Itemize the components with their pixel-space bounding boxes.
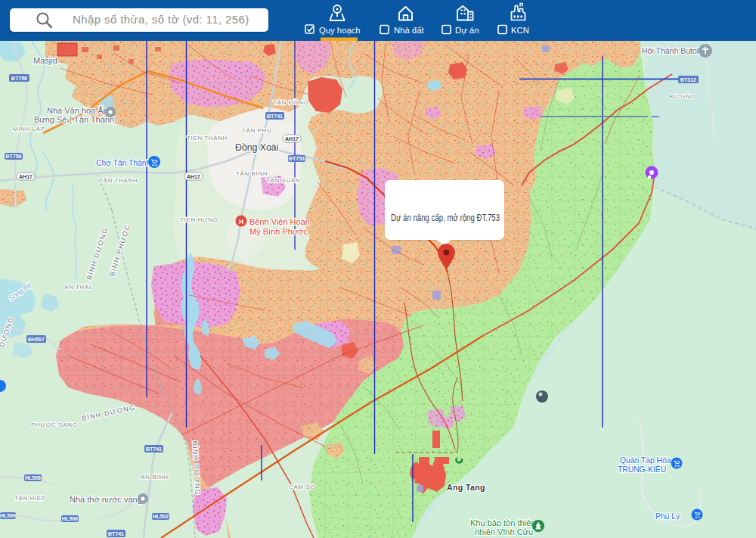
svg-text:nhiên Vĩnh Cửu: nhiên Vĩnh Cửu xyxy=(475,527,533,536)
svg-text:AN BÌNH: AN BÌNH xyxy=(141,474,169,480)
svg-text:PHƯỚC SANG: PHƯỚC SANG xyxy=(31,421,77,428)
svg-text:Phú Lý: Phú Lý xyxy=(655,512,680,521)
svg-text:HL508: HL508 xyxy=(25,475,41,480)
svg-text:HL502: HL502 xyxy=(153,514,169,519)
svg-text:ĐT753: ĐT753 xyxy=(289,156,305,161)
svg-text:TÂN THÀNH: TÂN THÀNH xyxy=(99,177,138,184)
svg-text:TÂN HIỆP: TÂN HIỆP xyxy=(14,495,46,502)
svg-text:Masjid: Masjid xyxy=(33,56,57,65)
svg-text:Bệnh Viện Hoàn: Bệnh Viện Hoàn xyxy=(249,217,310,226)
svg-text:ĐT756: ĐT756 xyxy=(11,76,27,81)
svg-text:Mỹ Bình Phước: Mỹ Bình Phước xyxy=(249,227,308,236)
svg-text:BU GNO: BU GNO xyxy=(669,93,696,100)
svg-text:Chợ Tân Thành: Chợ Tân Thành xyxy=(96,159,150,167)
svg-text:Hội Thánh Butol: Hội Thánh Butol xyxy=(642,46,699,55)
svg-text:AH17: AH17 xyxy=(285,136,299,141)
svg-text:TÂN BÌNH: TÂN BÌNH xyxy=(236,170,268,177)
svg-text:Quán Tạp Hóa: Quán Tạp Hóa xyxy=(620,456,671,465)
svg-text:TRUNG-KIÊU: TRUNG-KIÊU xyxy=(618,465,666,474)
svg-text:TIẾN HƯNG: TIẾN HƯNG xyxy=(180,216,218,223)
svg-text:ĐT756: ĐT756 xyxy=(5,154,21,159)
svg-text:MINH LẬP: MINH LẬP xyxy=(13,126,45,132)
svg-text:Dự án: Dự án xyxy=(455,26,479,35)
svg-text:Nhà Văn hóa Ấp: Nhà Văn hóa Ấp xyxy=(47,106,108,115)
svg-text:Ang Tang: Ang Tang xyxy=(447,483,485,492)
svg-text:Nhà thờ nước vàng: Nhà thờ nước vàng xyxy=(70,495,142,504)
svg-text:Nhà đất: Nhà đất xyxy=(394,26,424,35)
svg-text:Bưng Sê ( Tân Thành): Bưng Sê ( Tân Thành) xyxy=(34,115,117,124)
svg-text:TÂN XUÂN: TÂN XUÂN xyxy=(266,177,300,184)
svg-text:HL506: HL506 xyxy=(62,516,78,521)
svg-text:H: H xyxy=(239,218,244,225)
svg-text:Khu bảo tồn thiên: Khu bảo tồn thiên xyxy=(470,518,535,527)
svg-text:Quy hoạch: Quy hoạch xyxy=(319,26,361,35)
svg-text:AN THÁI: AN THÁI xyxy=(64,284,91,291)
svg-text:ĐT312: ĐT312 xyxy=(680,77,696,82)
svg-text:HL509: HL509 xyxy=(0,513,16,518)
svg-text:AH17: AH17 xyxy=(19,174,33,179)
svg-text:TÂN PHÚ: TÂN PHÚ xyxy=(242,127,271,134)
svg-text:ĐH507: ĐH507 xyxy=(28,337,45,342)
svg-text:ĐT741: ĐT741 xyxy=(108,531,124,536)
svg-text:ĐT741: ĐT741 xyxy=(146,446,162,452)
svg-text:AH17: AH17 xyxy=(187,174,200,179)
svg-text:TÂN ĐỒNG: TÂN ĐỒNG xyxy=(273,98,308,106)
svg-text:Dự án nâng cấp, mở rộng ĐT.753: Dự án nâng cấp, mở rộng ĐT.753 xyxy=(391,213,500,223)
svg-text:KCN: KCN xyxy=(511,26,529,35)
svg-text:ĐT741: ĐT741 xyxy=(267,114,283,119)
svg-text:Đồng Xoài: Đồng Xoài xyxy=(235,142,278,153)
svg-text:CAM SÔ: CAM SÔ xyxy=(289,484,315,490)
svg-text:TIẾN THÀNH: TIẾN THÀNH xyxy=(187,134,228,141)
